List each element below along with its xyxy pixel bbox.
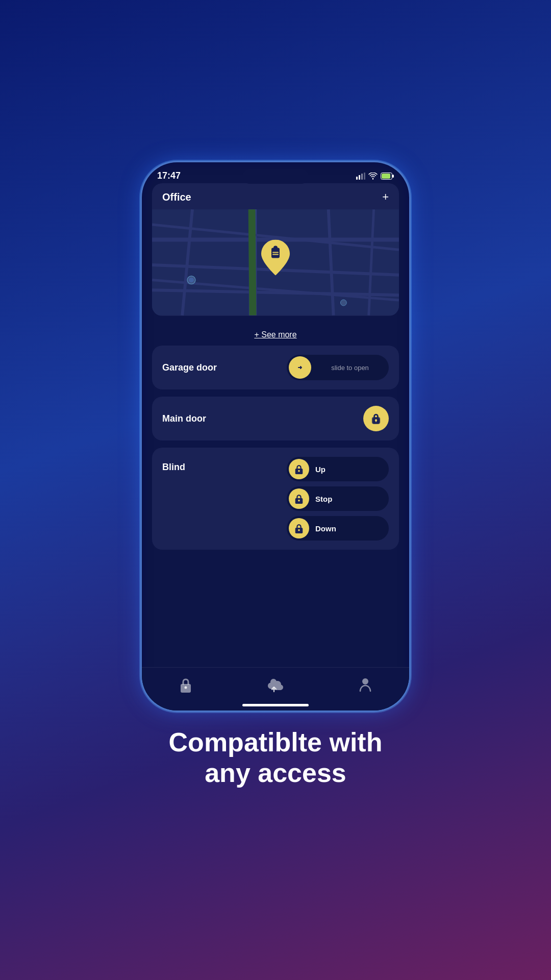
blind-down-label: Down <box>315 524 336 533</box>
svg-rect-31 <box>375 421 377 422</box>
slide-thumb <box>289 356 311 379</box>
svg-rect-2 <box>361 174 363 180</box>
svg-rect-0 <box>356 177 358 180</box>
blind-up-button[interactable]: Up <box>287 457 389 481</box>
see-more-container: + See more <box>152 324 399 346</box>
map-canvas <box>152 209 399 316</box>
svg-rect-25 <box>272 254 279 255</box>
map-add-button[interactable]: + <box>382 190 389 204</box>
tagline-line1: Compatiblte with <box>169 727 383 757</box>
notch <box>242 169 309 184</box>
svg-point-33 <box>298 470 300 472</box>
garage-door-slider[interactable]: slide to open <box>287 355 389 380</box>
nav-person-button[interactable] <box>348 675 383 695</box>
blind-buttons: Up Stop Down <box>287 457 389 541</box>
wifi-icon <box>368 173 378 180</box>
svg-point-39 <box>185 687 187 689</box>
blind-up-icon <box>289 459 309 479</box>
svg-point-20 <box>189 278 194 283</box>
svg-point-37 <box>298 529 300 531</box>
main-door-label: Main door <box>162 413 206 424</box>
svg-rect-24 <box>272 252 279 253</box>
nav-lock-icon <box>179 677 193 693</box>
home-indicator <box>242 704 309 706</box>
blind-label: Blind <box>162 457 185 473</box>
main-door-card: Main door <box>152 397 399 440</box>
main-door-lock-button[interactable] <box>363 406 389 431</box>
blind-stop-icon <box>289 488 309 509</box>
svg-point-35 <box>298 500 300 502</box>
map-title: Office <box>162 191 191 203</box>
svg-rect-23 <box>273 246 278 250</box>
svg-rect-6 <box>382 174 390 179</box>
svg-rect-3 <box>364 173 365 180</box>
nav-cloud-button[interactable] <box>256 676 295 694</box>
map-section: Office + <box>152 183 399 316</box>
svg-rect-5 <box>392 175 394 178</box>
nav-person-icon <box>358 677 372 693</box>
map-pin <box>261 240 290 278</box>
status-time: 17:47 <box>157 170 181 181</box>
blind-up-label: Up <box>315 465 325 474</box>
svg-line-18 <box>252 209 253 315</box>
blind-stop-button[interactable]: Stop <box>287 486 389 511</box>
signal-icon <box>356 173 365 180</box>
battery-icon <box>381 173 394 180</box>
blind-down-icon <box>289 518 309 538</box>
bottom-tagline: Compatiblte with any access <box>169 727 383 789</box>
blind-card: Blind Up Stop <box>152 448 399 550</box>
see-more-button[interactable]: + See more <box>254 330 296 339</box>
blind-down-button[interactable]: Down <box>287 516 389 541</box>
tagline-line2: any access <box>205 758 346 788</box>
nav-lock-button[interactable] <box>168 675 203 695</box>
slide-text: slide to open <box>311 364 387 372</box>
blind-stop-label: Stop <box>315 495 332 503</box>
svg-point-40 <box>362 678 368 684</box>
garage-door-label: Garage door <box>162 362 217 373</box>
nav-cloud-icon <box>266 678 285 692</box>
garage-door-card: Garage door slide to open <box>152 346 399 389</box>
svg-rect-1 <box>359 175 360 180</box>
status-icons <box>356 173 394 180</box>
svg-point-21 <box>340 300 346 306</box>
